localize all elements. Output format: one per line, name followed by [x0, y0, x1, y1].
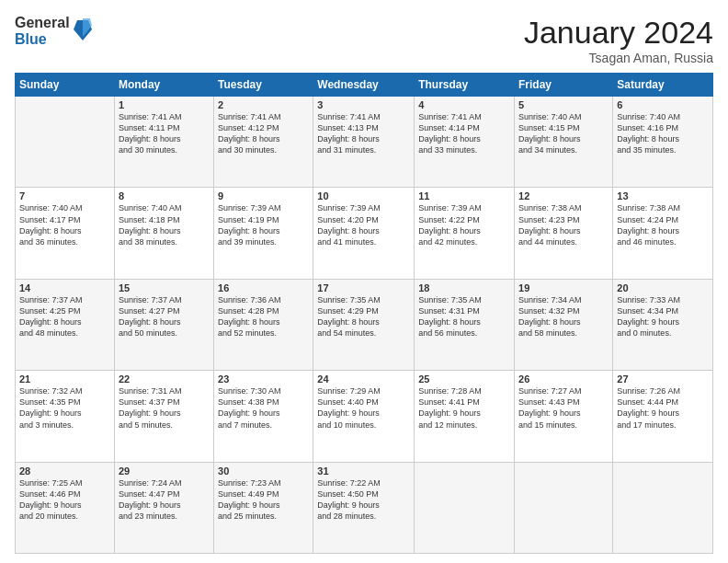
calendar-cell: 28Sunrise: 7:25 AM Sunset: 4:46 PM Dayli…: [16, 462, 115, 553]
page: General Blue January 2024 Tsagan Aman, R…: [0, 0, 728, 563]
logo-icon: [74, 17, 92, 42]
week-row-3: 14Sunrise: 7:37 AM Sunset: 4:25 PM Dayli…: [16, 279, 713, 370]
week-row-5: 28Sunrise: 7:25 AM Sunset: 4:46 PM Dayli…: [16, 462, 713, 553]
day-info: Sunrise: 7:40 AM Sunset: 4:18 PM Dayligh…: [119, 202, 210, 247]
day-info: Sunrise: 7:25 AM Sunset: 4:46 PM Dayligh…: [19, 477, 110, 523]
day-info: Sunrise: 7:31 AM Sunset: 4:37 PM Dayligh…: [119, 385, 210, 431]
calendar-cell: 14Sunrise: 7:37 AM Sunset: 4:25 PM Dayli…: [16, 279, 115, 370]
calendar-cell: 9Sunrise: 7:39 AM Sunset: 4:19 PM Daylig…: [214, 188, 313, 279]
location: Tsagan Aman, Russia: [524, 51, 713, 65]
day-info: Sunrise: 7:38 AM Sunset: 4:24 PM Dayligh…: [617, 202, 709, 247]
day-number: 17: [317, 282, 410, 293]
day-info: Sunrise: 7:35 AM Sunset: 4:31 PM Dayligh…: [418, 294, 510, 339]
day-info: Sunrise: 7:26 AM Sunset: 4:44 PM Dayligh…: [617, 385, 709, 431]
calendar-cell: 8Sunrise: 7:40 AM Sunset: 4:18 PM Daylig…: [114, 188, 213, 279]
day-number: 28: [19, 465, 110, 477]
header-day-saturday: Saturday: [613, 74, 713, 97]
calendar-cell: 2Sunrise: 7:41 AM Sunset: 4:12 PM Daylig…: [214, 97, 313, 188]
day-info: Sunrise: 7:39 AM Sunset: 4:20 PM Dayligh…: [317, 202, 410, 247]
day-info: Sunrise: 7:30 AM Sunset: 4:38 PM Dayligh…: [218, 385, 309, 431]
day-info: Sunrise: 7:35 AM Sunset: 4:29 PM Dayligh…: [317, 294, 410, 339]
calendar-cell: 5Sunrise: 7:40 AM Sunset: 4:15 PM Daylig…: [515, 97, 613, 188]
calendar-cell: 30Sunrise: 7:23 AM Sunset: 4:49 PM Dayli…: [214, 462, 313, 553]
day-info: Sunrise: 7:37 AM Sunset: 4:27 PM Dayligh…: [119, 294, 210, 339]
day-number: 6: [617, 99, 709, 110]
calendar-cell: 10Sunrise: 7:39 AM Sunset: 4:20 PM Dayli…: [313, 188, 415, 279]
day-info: Sunrise: 7:34 AM Sunset: 4:32 PM Dayligh…: [518, 294, 609, 339]
day-info: Sunrise: 7:38 AM Sunset: 4:23 PM Dayligh…: [518, 202, 609, 247]
calendar-cell: 12Sunrise: 7:38 AM Sunset: 4:23 PM Dayli…: [515, 188, 613, 279]
day-number: 4: [418, 99, 510, 110]
calendar-cell: 6Sunrise: 7:40 AM Sunset: 4:16 PM Daylig…: [613, 97, 713, 188]
day-number: 24: [317, 373, 410, 385]
calendar-cell: 21Sunrise: 7:32 AM Sunset: 4:35 PM Dayli…: [16, 371, 115, 462]
title-block: January 2024 Tsagan Aman, Russia: [524, 15, 713, 65]
header-day-thursday: Thursday: [415, 74, 515, 97]
day-info: Sunrise: 7:27 AM Sunset: 4:43 PM Dayligh…: [518, 385, 609, 431]
day-info: Sunrise: 7:39 AM Sunset: 4:19 PM Dayligh…: [218, 202, 309, 247]
day-number: 13: [617, 190, 709, 201]
week-row-4: 21Sunrise: 7:32 AM Sunset: 4:35 PM Dayli…: [16, 371, 713, 462]
day-number: 20: [617, 282, 709, 293]
day-number: 1: [119, 99, 210, 110]
day-info: Sunrise: 7:28 AM Sunset: 4:41 PM Dayligh…: [418, 385, 510, 431]
day-info: Sunrise: 7:40 AM Sunset: 4:16 PM Dayligh…: [617, 111, 709, 156]
day-number: 22: [119, 373, 210, 385]
calendar-cell: 17Sunrise: 7:35 AM Sunset: 4:29 PM Dayli…: [313, 279, 415, 370]
header-day-friday: Friday: [515, 74, 613, 97]
calendar-cell: 19Sunrise: 7:34 AM Sunset: 4:32 PM Dayli…: [515, 279, 613, 370]
logo-text: General Blue: [15, 15, 70, 47]
calendar-cell: 7Sunrise: 7:40 AM Sunset: 4:17 PM Daylig…: [16, 188, 115, 279]
day-number: 9: [218, 190, 309, 201]
calendar-cell: 18Sunrise: 7:35 AM Sunset: 4:31 PM Dayli…: [415, 279, 515, 370]
calendar-cell: 16Sunrise: 7:36 AM Sunset: 4:28 PM Dayli…: [214, 279, 313, 370]
day-info: Sunrise: 7:36 AM Sunset: 4:28 PM Dayligh…: [218, 294, 309, 339]
day-number: 26: [518, 373, 609, 385]
logo-general: General: [15, 15, 70, 31]
day-number: 5: [518, 99, 609, 110]
day-info: Sunrise: 7:29 AM Sunset: 4:40 PM Dayligh…: [317, 385, 410, 431]
week-row-1: 1Sunrise: 7:41 AM Sunset: 4:11 PM Daylig…: [16, 97, 713, 188]
calendar-cell: 26Sunrise: 7:27 AM Sunset: 4:43 PM Dayli…: [515, 371, 613, 462]
calendar-cell: [613, 462, 713, 553]
calendar-cell: 29Sunrise: 7:24 AM Sunset: 4:47 PM Dayli…: [114, 462, 213, 553]
day-number: 21: [19, 373, 110, 385]
day-info: Sunrise: 7:24 AM Sunset: 4:47 PM Dayligh…: [119, 477, 210, 523]
day-number: 11: [418, 190, 510, 201]
calendar-cell: 27Sunrise: 7:26 AM Sunset: 4:44 PM Dayli…: [613, 371, 713, 462]
calendar-cell: [16, 97, 115, 188]
header-row: SundayMondayTuesdayWednesdayThursdayFrid…: [16, 74, 713, 97]
calendar-table: SundayMondayTuesdayWednesdayThursdayFrid…: [15, 73, 713, 554]
calendar-cell: 24Sunrise: 7:29 AM Sunset: 4:40 PM Dayli…: [313, 371, 415, 462]
day-info: Sunrise: 7:22 AM Sunset: 4:50 PM Dayligh…: [317, 477, 410, 523]
calendar-cell: [515, 462, 613, 553]
calendar-cell: 23Sunrise: 7:30 AM Sunset: 4:38 PM Dayli…: [214, 371, 313, 462]
day-number: 12: [518, 190, 609, 201]
calendar-cell: 11Sunrise: 7:39 AM Sunset: 4:22 PM Dayli…: [415, 188, 515, 279]
header-day-wednesday: Wednesday: [313, 74, 415, 97]
day-number: 27: [617, 373, 709, 385]
calendar-cell: [415, 462, 515, 553]
calendar-cell: 3Sunrise: 7:41 AM Sunset: 4:13 PM Daylig…: [313, 97, 415, 188]
month-title: January 2024: [524, 15, 713, 51]
day-info: Sunrise: 7:39 AM Sunset: 4:22 PM Dayligh…: [418, 202, 510, 247]
day-number: 15: [119, 282, 210, 293]
day-info: Sunrise: 7:23 AM Sunset: 4:49 PM Dayligh…: [218, 477, 309, 523]
calendar-header: SundayMondayTuesdayWednesdayThursdayFrid…: [16, 74, 713, 97]
header-day-sunday: Sunday: [16, 74, 115, 97]
calendar-cell: 22Sunrise: 7:31 AM Sunset: 4:37 PM Dayli…: [114, 371, 213, 462]
day-number: 7: [19, 190, 110, 201]
day-number: 14: [19, 282, 110, 293]
calendar-cell: 1Sunrise: 7:41 AM Sunset: 4:11 PM Daylig…: [114, 97, 213, 188]
day-info: Sunrise: 7:37 AM Sunset: 4:25 PM Dayligh…: [19, 294, 110, 339]
day-number: 19: [518, 282, 609, 293]
logo: General Blue: [15, 15, 92, 47]
calendar-cell: 25Sunrise: 7:28 AM Sunset: 4:41 PM Dayli…: [415, 371, 515, 462]
calendar-cell: 15Sunrise: 7:37 AM Sunset: 4:27 PM Dayli…: [114, 279, 213, 370]
day-number: 30: [218, 465, 309, 477]
header: General Blue January 2024 Tsagan Aman, R…: [15, 15, 713, 65]
day-number: 23: [218, 373, 309, 385]
logo-blue: Blue: [15, 31, 70, 48]
day-info: Sunrise: 7:40 AM Sunset: 4:17 PM Dayligh…: [19, 202, 110, 247]
header-day-tuesday: Tuesday: [214, 74, 313, 97]
